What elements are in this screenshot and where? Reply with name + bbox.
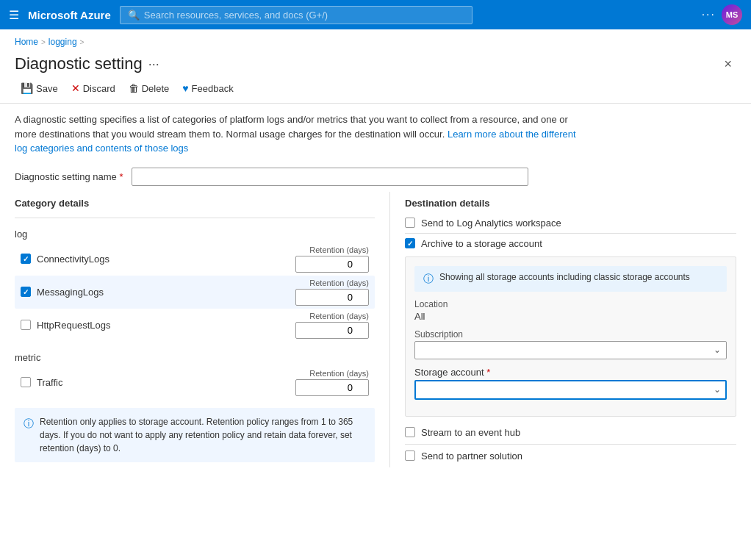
destination-details-title: Destination details [405, 192, 736, 213]
httprequest-logs-row: HttpRequestLogs Retention (days) [15, 309, 375, 342]
storage-account-select[interactable] [414, 380, 727, 400]
page-header-left: Diagnostic setting ··· [15, 54, 159, 73]
log-analytics-checkbox[interactable] [405, 218, 415, 228]
connectivity-logs-label: ConnectivityLogs [37, 254, 109, 265]
httprequest-retention-label: Retention (days) [309, 312, 369, 320]
save-button[interactable]: 💾 Save [15, 79, 64, 97]
avatar[interactable]: MS [722, 4, 742, 25]
archive-info-text: Showing all storage accounts including c… [439, 272, 690, 286]
storage-account-field: Storage account * ⌄ [414, 367, 727, 400]
category-details-title: Category details [15, 192, 375, 212]
traffic-metric-checkbox[interactable] [21, 377, 31, 387]
archive-storage-row: Archive to a storage account [405, 234, 736, 252]
archive-storage-label: Archive to a storage account [421, 238, 542, 249]
archive-info-box: ⓘ Showing all storage accounts including… [414, 266, 727, 292]
connectivity-logs-checkbox[interactable] [21, 254, 31, 264]
messaging-retention-label: Retention (days) [309, 279, 369, 287]
location-value: All [414, 311, 727, 322]
subscription-select-wrapper: ⌄ [414, 341, 727, 359]
metric-subsection-title: metric [15, 348, 375, 366]
archive-info-icon: ⓘ [423, 273, 434, 286]
breadcrumb-logging[interactable]: logging [48, 37, 77, 47]
stream-event-hub-label: Stream to an event hub [421, 427, 520, 438]
storage-account-select-wrapper: ⌄ [414, 380, 727, 400]
discard-button[interactable]: ✕ Discard [65, 79, 121, 97]
partner-solution-checkbox[interactable] [405, 450, 415, 461]
messaging-retention-input[interactable] [295, 289, 369, 306]
storage-account-label: Storage account * [414, 367, 727, 378]
httprequest-logs-checkbox[interactable] [21, 320, 31, 330]
stream-event-hub-row: Stream to an event hub [405, 421, 736, 445]
retention-info-box: ⓘ Retention only applies to storage acco… [15, 408, 375, 462]
search-icon: 🔍 [128, 10, 140, 21]
traffic-metric-label: Traffic [37, 377, 62, 388]
info-icon: ⓘ [24, 416, 34, 455]
page-title: Diagnostic setting [15, 54, 143, 73]
search-bar[interactable]: 🔍 [120, 6, 472, 24]
messaging-logs-label: MessagingLogs [37, 287, 104, 298]
storage-required-indicator: * [486, 367, 490, 378]
breadcrumb-sep1: > [41, 38, 46, 46]
stream-event-hub-checkbox[interactable] [405, 427, 415, 437]
connectivity-retention-label: Retention (days) [309, 245, 369, 254]
close-button[interactable]: × [719, 55, 736, 73]
connectivity-logs-row: ConnectivityLogs Retention (days) [15, 243, 375, 276]
discard-icon: ✕ [71, 82, 80, 94]
partner-solution-label: Send to partner solution [421, 450, 522, 462]
location-label: Location [414, 299, 727, 309]
messaging-logs-row: MessagingLogs Retention (days) [15, 276, 375, 309]
log-subsection-title: log [15, 224, 375, 243]
required-indicator: * [119, 171, 123, 182]
left-panel: Category details log ConnectivityLogs Re… [15, 192, 389, 467]
nav-right: ··· MS [702, 4, 742, 25]
breadcrumb: Home > logging > [0, 29, 751, 50]
httprequest-retention-input[interactable] [295, 322, 369, 339]
diagnostic-name-label: Diagnostic setting name * [15, 171, 123, 182]
brand-title: Microsoft Azure [28, 9, 111, 21]
archive-expanded-section: ⓘ Showing all storage accounts including… [405, 256, 736, 417]
feedback-icon: ♥ [182, 82, 188, 94]
toolbar: 💾 Save ✕ Discard 🗑 Delete ♥ Feedback [0, 73, 751, 104]
location-field: Location All [414, 299, 727, 322]
traffic-metric-row: Traffic Retention (days) [15, 366, 375, 399]
retention-info-text: Retention only applies to storage accoun… [40, 415, 366, 455]
traffic-retention-label: Retention (days) [309, 369, 369, 378]
subscription-select[interactable] [414, 341, 727, 359]
delete-button[interactable]: 🗑 Delete [123, 79, 176, 97]
main-content: Category details log ConnectivityLogs Re… [0, 192, 751, 467]
breadcrumb-home[interactable]: Home [15, 37, 38, 47]
breadcrumb-sep2: > [80, 38, 85, 46]
search-input[interactable] [144, 10, 464, 21]
page-header: Diagnostic setting ··· × [0, 50, 751, 73]
description: A diagnostic setting specifies a list of… [0, 104, 603, 162]
right-panel: Destination details Send to Log Analytic… [389, 192, 736, 467]
subscription-field: Subscription ⌄ [414, 329, 727, 359]
log-analytics-label: Send to Log Analytics workspace [421, 218, 561, 229]
hamburger-icon[interactable]: ☰ [9, 8, 19, 22]
subscription-label: Subscription [414, 329, 727, 340]
connectivity-retention-input[interactable] [295, 256, 369, 273]
save-icon: 💾 [21, 82, 33, 94]
messaging-logs-checkbox[interactable] [21, 287, 31, 297]
page-ellipsis-menu[interactable]: ··· [148, 57, 159, 72]
traffic-retention-input[interactable] [295, 379, 369, 396]
top-nav: ☰ Microsoft Azure 🔍 ··· MS [0, 0, 751, 29]
delete-icon: 🗑 [129, 82, 139, 94]
feedback-button[interactable]: ♥ Feedback [176, 79, 239, 97]
partner-solution-row: Send to partner solution [405, 445, 736, 467]
diagnostic-name-input[interactable] [132, 168, 528, 186]
httprequest-logs-label: HttpRequestLogs [37, 320, 110, 331]
diagnostic-name-row: Diagnostic setting name * [0, 162, 751, 192]
nav-more-icon[interactable]: ··· [702, 8, 716, 21]
log-analytics-row: Send to Log Analytics workspace [405, 213, 736, 234]
archive-storage-checkbox[interactable] [405, 238, 415, 248]
